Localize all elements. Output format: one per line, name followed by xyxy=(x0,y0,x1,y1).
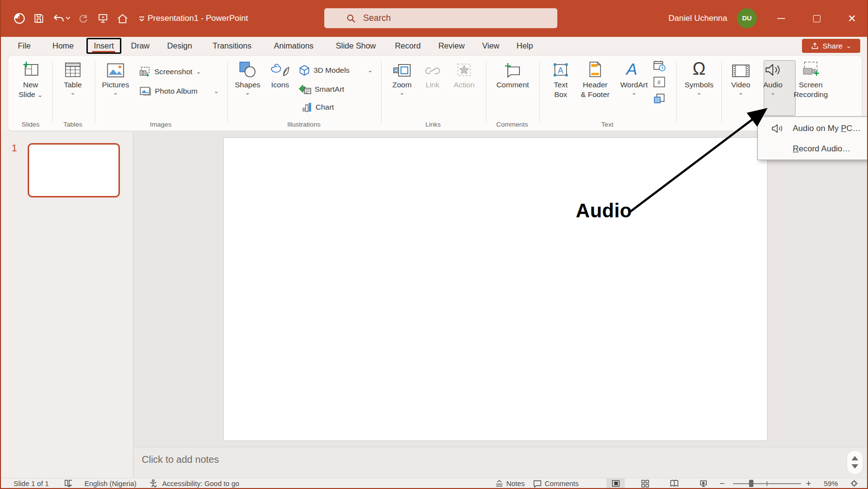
group-divider xyxy=(486,62,486,123)
zoom-out-button[interactable]: − xyxy=(719,478,725,489)
accessibility-status[interactable]: Accessibility: Good to go xyxy=(162,478,239,489)
fit-slide-button[interactable] xyxy=(845,478,863,489)
maximize-icon xyxy=(813,15,820,22)
tab-record[interactable]: Record xyxy=(395,37,420,54)
normal-view-button[interactable] xyxy=(606,478,625,489)
tab-draw[interactable]: Draw xyxy=(131,37,150,54)
reading-view-button[interactable] xyxy=(665,478,684,489)
screen-recording-button[interactable]: Screen Recording xyxy=(786,59,835,99)
tab-slide-show[interactable]: Slide Show xyxy=(336,37,376,54)
icons-label: Icons xyxy=(271,80,289,90)
share-button[interactable]: Share ⌄ xyxy=(802,39,860,53)
powerpoint-logo-icon[interactable]: P xyxy=(10,8,29,29)
slide-number: 1 xyxy=(12,143,17,154)
notes-placeholder: Click to add notes xyxy=(142,454,219,465)
chevron-down-icon: ⌄ xyxy=(632,90,637,96)
chart-button[interactable]: Chart xyxy=(301,102,334,113)
notes-toggle-label: Notes xyxy=(506,480,525,488)
maximize-button[interactable] xyxy=(802,0,831,37)
slide-thumbnail[interactable] xyxy=(28,143,120,197)
search-placeholder: Search xyxy=(363,13,391,23)
tab-file[interactable]: File xyxy=(18,37,31,54)
date-time-button[interactable] xyxy=(653,60,666,72)
wordart-button[interactable]: A WordArt ⌄ xyxy=(615,59,653,96)
slide-canvas[interactable] xyxy=(223,137,768,441)
slide-number-button[interactable]: # xyxy=(653,76,666,88)
audio-button[interactable]: Audio ⌄ xyxy=(757,59,789,96)
zoom-in-button[interactable]: + xyxy=(806,478,811,489)
video-button[interactable]: Video ⌄ xyxy=(721,59,760,96)
tab-design[interactable]: Design xyxy=(167,37,192,54)
shapes-label: Shapes xyxy=(235,80,261,90)
table-label: Table xyxy=(64,80,82,90)
tab-review[interactable]: Review xyxy=(438,37,465,54)
photo-album-button[interactable]: Photo Album ⌄ xyxy=(139,86,219,96)
chevron-down-icon: ⌄ xyxy=(214,88,219,94)
comments-toggle[interactable]: Comments xyxy=(533,478,579,489)
comments-icon xyxy=(533,480,542,488)
smartart-icon xyxy=(299,84,311,95)
tab-view[interactable]: View xyxy=(482,37,499,54)
pictures-button[interactable]: Pictures ⌄ xyxy=(96,59,135,96)
video-icon xyxy=(732,59,750,78)
minimize-button[interactable]: ─ xyxy=(767,0,796,37)
slide-sorter-view-button[interactable] xyxy=(636,478,654,489)
screenshot-button[interactable]: Screenshot ⌄ xyxy=(139,66,201,77)
spellcheck-icon[interactable] xyxy=(64,478,73,489)
tab-insert[interactable]: Insert xyxy=(94,41,114,50)
group-label-text: Text xyxy=(601,121,614,128)
search-icon xyxy=(346,13,356,24)
icons-button[interactable]: Icons xyxy=(261,59,300,90)
symbols-button[interactable]: Ω Symbols ⌄ xyxy=(680,59,718,96)
language-indicator[interactable]: English (Nigeria) xyxy=(84,478,136,489)
comment-icon xyxy=(504,59,521,78)
search-input[interactable]: Search xyxy=(324,8,557,28)
title-bar: P Presentation1 - PowerPoint xyxy=(1,0,867,37)
slideshow-view-button[interactable] xyxy=(694,478,713,489)
header-footer-icon xyxy=(588,59,602,78)
new-slide-button[interactable]: New Slide ⌄ xyxy=(11,59,50,99)
tab-help[interactable]: Help xyxy=(517,37,533,54)
comment-button[interactable]: Comment xyxy=(493,59,532,90)
pictures-icon xyxy=(107,59,124,78)
3d-models-icon xyxy=(299,65,310,76)
zoom-slider-thumb[interactable] xyxy=(749,480,753,487)
notes-pane[interactable]: Click to add notes xyxy=(134,447,868,478)
home-icon[interactable] xyxy=(113,8,132,29)
window-title: Presentation1 - PowerPoint xyxy=(148,0,248,37)
tab-transitions[interactable]: Transitions xyxy=(213,37,251,54)
slide-thumbnail-panel: 1 xyxy=(1,132,134,478)
table-button[interactable]: Table ⌄ xyxy=(53,59,92,96)
shapes-icon xyxy=(239,59,256,78)
notes-toggle[interactable]: Notes xyxy=(495,478,525,489)
avatar[interactable]: DU xyxy=(737,8,757,28)
slide-indicator[interactable]: Slide 1 of 1 xyxy=(14,478,49,489)
group-divider xyxy=(227,62,228,123)
object-button[interactable] xyxy=(653,93,666,105)
redo-icon[interactable] xyxy=(74,8,93,29)
next-slide-icon[interactable] xyxy=(851,464,858,469)
omega-icon: Ω xyxy=(693,59,706,78)
zoom-level[interactable]: 59% xyxy=(824,478,838,489)
minimize-icon: ─ xyxy=(777,12,785,25)
tab-home[interactable]: Home xyxy=(52,37,74,54)
close-button[interactable]: × xyxy=(837,0,867,37)
undo-icon[interactable] xyxy=(49,8,74,29)
tab-animations[interactable]: Animations xyxy=(274,37,314,54)
account-name[interactable]: Daniel Uchenna xyxy=(668,0,727,37)
action-label: Action xyxy=(453,80,474,90)
smartart-button[interactable]: SmartArt xyxy=(299,84,344,95)
group-divider xyxy=(676,62,677,123)
header-footer-button[interactable]: Header & Footer xyxy=(573,59,617,99)
chevron-down-icon: ⌄ xyxy=(37,91,43,98)
accessibility-icon[interactable] xyxy=(149,478,157,489)
menu-item-record-audio[interactable]: Record Audio… xyxy=(758,138,868,159)
audio-icon xyxy=(771,123,784,134)
start-slideshow-icon[interactable] xyxy=(93,8,113,29)
previous-slide-icon[interactable] xyxy=(851,456,858,460)
svg-text:A: A xyxy=(625,60,637,78)
menu-item-audio-on-my-pc[interactable]: Audio on My PC… xyxy=(758,118,868,139)
3d-models-button[interactable]: 3D Models ⌄ xyxy=(299,65,373,76)
save-icon[interactable] xyxy=(29,8,49,29)
zoom-label: Zoom xyxy=(392,80,412,90)
